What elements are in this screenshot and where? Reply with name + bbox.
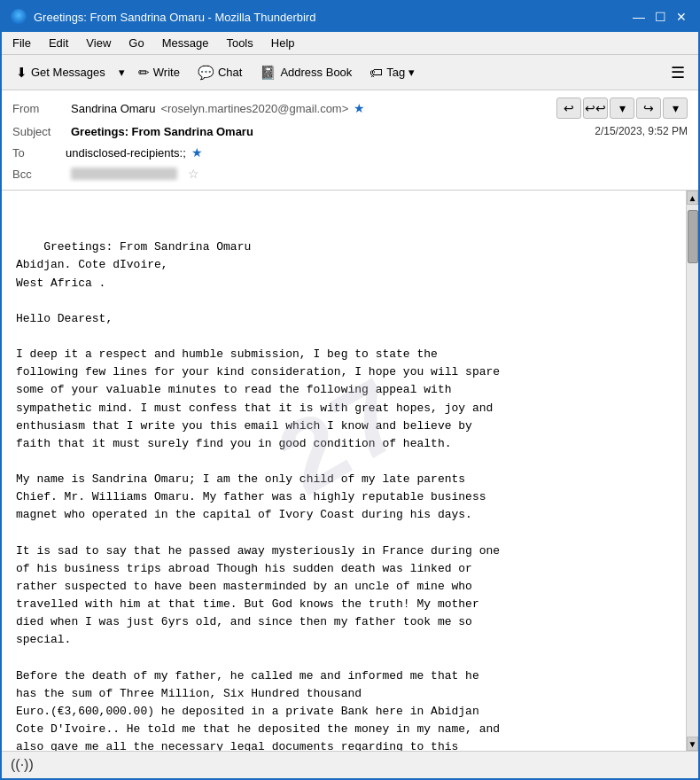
window-title: Greetings: From Sandrina Omaru - Mozilla…	[34, 11, 315, 24]
from-row: From Sandrina Omaru <roselyn.martines202…	[12, 96, 688, 121]
reply-dropdown[interactable]: ▾	[610, 98, 634, 119]
get-messages-icon: ⬇	[16, 65, 27, 81]
forward-dropdown[interactable]: ▾	[663, 98, 688, 119]
tag-label: Tag	[386, 66, 405, 79]
tag-button[interactable]: 🏷 Tag ▾	[362, 61, 422, 83]
minimize-button[interactable]: —	[631, 9, 647, 25]
subject-value: Greetings: From Sandrina Omaru	[71, 125, 253, 138]
signal-icon: ((·))	[11, 757, 34, 773]
subject-label: Subject	[12, 125, 66, 138]
get-messages-label: Get Messages	[31, 66, 105, 79]
address-book-icon: 📓	[260, 65, 276, 81]
to-label: To	[12, 146, 66, 160]
address-book-button[interactable]: 📓 Address Book	[253, 61, 359, 84]
menu-file[interactable]: File	[9, 35, 35, 51]
bcc-star-icon[interactable]: ☆	[188, 167, 199, 181]
hamburger-button[interactable]: ☰	[665, 60, 691, 85]
scrollbar-up-button[interactable]: ▲	[687, 191, 698, 205]
title-bar: Greetings: From Sandrina Omaru - Mozilla…	[2, 2, 698, 32]
email-headers: From Sandrina Omaru <roselyn.martines202…	[2, 90, 698, 191]
to-value: undisclosed-recipients:;	[66, 146, 186, 160]
forward-button[interactable]: ↪	[636, 98, 661, 119]
bcc-value	[71, 168, 177, 180]
scrollbar[interactable]: ▲ ▼	[686, 191, 698, 751]
write-icon: ✏	[138, 65, 150, 81]
menu-tools[interactable]: Tools	[222, 35, 256, 51]
reply-controls: ↩ ↩↩ ▾ ↪ ▾	[556, 98, 688, 119]
reply-all-button[interactable]: ↩↩	[583, 98, 608, 119]
status-bar: ((·))	[2, 751, 698, 777]
menu-edit[interactable]: Edit	[45, 35, 72, 51]
write-label: Write	[153, 66, 180, 79]
chat-label: Chat	[218, 66, 242, 79]
address-book-label: Address Book	[280, 66, 352, 79]
toolbar: ⬇ Get Messages ▾ ✏ Write 💬 Chat 📓 Addres…	[2, 55, 698, 90]
get-messages-button[interactable]: ⬇ Get Messages	[9, 61, 113, 84]
menu-bar: File Edit View Go Message Tools Help	[2, 32, 698, 55]
write-button[interactable]: ✏ Write	[131, 61, 187, 84]
from-email: <roselyn.martines2020@gmail.com>	[160, 102, 348, 115]
menu-go[interactable]: Go	[125, 35, 147, 51]
signal-status: ((·))	[11, 757, 34, 773]
from-star-icon[interactable]: ★	[354, 101, 365, 115]
reply-back-button[interactable]: ↩	[556, 98, 581, 119]
bcc-label: Bcc	[12, 168, 66, 181]
menu-view[interactable]: View	[82, 35, 114, 51]
email-body-text: Greetings: From Sandrina Omaru Abidjan. …	[16, 240, 500, 751]
to-star-icon[interactable]: ★	[191, 145, 203, 160]
to-row: To undisclosed-recipients:; ★	[12, 142, 688, 163]
get-messages-dropdown[interactable]: ▾	[116, 62, 128, 82]
subject-row: Subject Greetings: From Sandrina Omaru 2…	[12, 121, 688, 142]
chat-button[interactable]: 💬 Chat	[191, 61, 249, 84]
from-name: Sandrina Omaru	[71, 102, 155, 115]
scrollbar-down-button[interactable]: ▼	[687, 737, 698, 751]
email-body[interactable]: 27 Greetings: From Sandrina Omaru Abidja…	[2, 191, 686, 751]
chat-icon: 💬	[198, 65, 214, 81]
bcc-row: Bcc ☆	[12, 163, 688, 184]
close-button[interactable]: ✕	[673, 9, 689, 25]
scrollbar-thumb[interactable]	[688, 210, 698, 263]
menu-message[interactable]: Message	[159, 35, 213, 51]
menu-help[interactable]: Help	[268, 35, 299, 51]
scrollbar-track[interactable]	[687, 205, 698, 737]
maximize-button[interactable]: ☐	[652, 9, 668, 25]
email-date: 2/15/2023, 9:52 PM	[595, 125, 688, 137]
thunderbird-logo	[11, 9, 27, 25]
tag-dropdown-arrow: ▾	[408, 66, 415, 79]
email-body-wrapper: 27 Greetings: From Sandrina Omaru Abidja…	[2, 191, 698, 751]
from-label: From	[12, 102, 66, 115]
tag-icon: 🏷	[369, 65, 383, 80]
